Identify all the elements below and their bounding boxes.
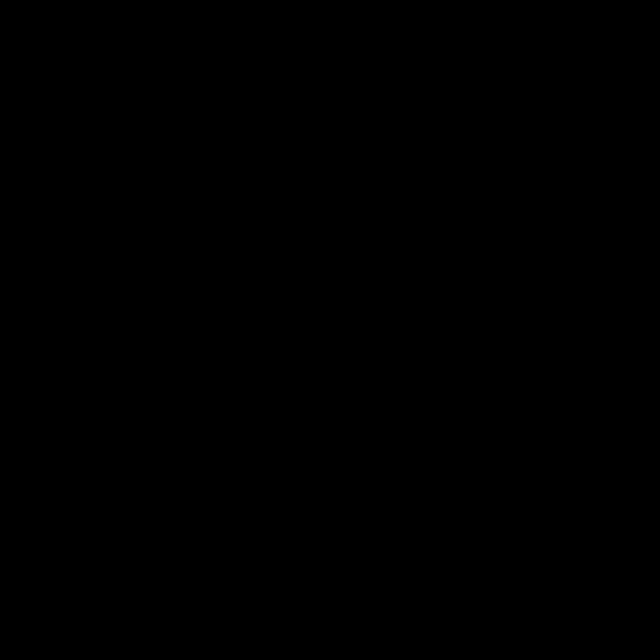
chart-frame bbox=[0, 0, 644, 644]
bottleneck-curve bbox=[23, 23, 621, 621]
plot-area bbox=[23, 23, 621, 621]
